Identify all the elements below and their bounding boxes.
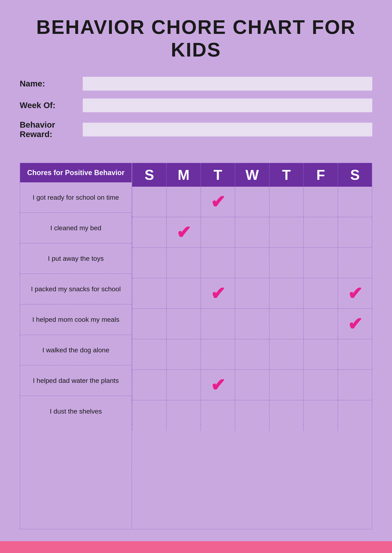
grid-cell-6-1[interactable] [166, 370, 201, 400]
grid-cell-6-6[interactable] [338, 370, 372, 400]
grid-cell-7-3[interactable] [235, 400, 269, 431]
grid-cell-5-6[interactable] [338, 339, 372, 369]
grid-cell-7-1[interactable] [166, 400, 201, 431]
week-input[interactable] [83, 98, 372, 112]
checkmark-icon: ✔ [210, 284, 225, 302]
grid-cell-7-2[interactable] [201, 400, 235, 431]
grid-cell-3-6[interactable]: ✔ [338, 278, 372, 308]
chore-text: I helped mom cook my meals [32, 315, 119, 324]
grid-cell-7-5[interactable] [303, 400, 338, 431]
grid-cell-4-2[interactable] [201, 309, 235, 339]
grid-cell-2-0[interactable] [132, 248, 166, 278]
grid-cell-5-5[interactable] [303, 339, 338, 369]
grid-cell-0-5[interactable] [303, 187, 338, 217]
grid-cell-7-0[interactable] [132, 400, 166, 431]
grid-cell-4-5[interactable] [303, 309, 338, 339]
day-header-w3: W [235, 163, 269, 187]
grid-row-5 [132, 339, 372, 370]
reward-label: Behavior Reward: [20, 120, 83, 139]
reward-row: Behavior Reward: [20, 120, 372, 139]
grid-cell-5-0[interactable] [132, 339, 166, 369]
chart-container: Chores for Positive Behavior I got ready… [20, 163, 372, 529]
grid-cell-0-3[interactable] [235, 187, 269, 217]
grid-cell-7-4[interactable] [269, 400, 303, 431]
grid-cell-3-0[interactable] [132, 278, 166, 308]
grid-cell-0-0[interactable] [132, 187, 166, 217]
name-input[interactable] [83, 77, 372, 90]
chore-text: I got ready for school on time [33, 193, 119, 202]
chore-row: I got ready for school on time [20, 182, 132, 213]
checkmark-icon: ✔ [348, 284, 363, 302]
grid-row-6: ✔ [132, 370, 372, 400]
day-header-t4: T [269, 163, 303, 187]
grid-cell-3-4[interactable] [269, 278, 303, 308]
week-row: Week Of: [20, 98, 372, 112]
grid-cell-2-3[interactable] [235, 248, 269, 278]
grid-cell-2-1[interactable] [166, 248, 201, 278]
grid-cell-6-4[interactable] [269, 370, 303, 400]
grid-cell-3-3[interactable] [235, 278, 269, 308]
grid-cell-0-1[interactable] [166, 187, 201, 217]
grid-cell-3-5[interactable] [303, 278, 338, 308]
chore-row: I dust the shelves [20, 396, 132, 427]
grid-cell-4-3[interactable] [235, 309, 269, 339]
grid-cell-3-1[interactable] [166, 278, 201, 308]
grid-cell-5-3[interactable] [235, 339, 269, 369]
grid-cell-2-6[interactable] [338, 248, 372, 278]
grid-row-1: ✔ [132, 217, 372, 248]
reward-input[interactable] [83, 123, 372, 137]
bottom-bar [0, 541, 392, 553]
chore-row: I packed my snacks for school [20, 274, 132, 304]
grid-cell-1-2[interactable] [201, 217, 235, 247]
day-header-m1: M [166, 163, 201, 187]
day-header-f5: F [303, 163, 338, 187]
chores-list: I got ready for school on timeI cleaned … [20, 182, 132, 427]
chore-row: I cleaned my bed [20, 213, 132, 243]
grid-cell-6-3[interactable] [235, 370, 269, 400]
chores-column: Chores for Positive Behavior I got ready… [20, 163, 132, 529]
grid-cell-5-4[interactable] [269, 339, 303, 369]
grid-cell-6-2[interactable]: ✔ [201, 370, 235, 400]
grid-cell-0-2[interactable]: ✔ [201, 187, 235, 217]
name-row: Name: [20, 77, 372, 90]
chore-row: I helped mom cook my meals [20, 304, 132, 335]
chores-header: Chores for Positive Behavior [20, 163, 132, 182]
chores-header-text: Chores for Positive Behavior [27, 169, 125, 177]
grid-cell-0-6[interactable] [338, 187, 372, 217]
grid-cell-6-5[interactable] [303, 370, 338, 400]
grid-cell-2-2[interactable] [201, 248, 235, 278]
grid-cell-2-5[interactable] [303, 248, 338, 278]
grid-cell-1-6[interactable] [338, 217, 372, 247]
checkmark-icon: ✔ [348, 315, 363, 333]
chore-text: I packed my snacks for school [31, 284, 120, 293]
grid-cell-2-4[interactable] [269, 248, 303, 278]
grid-cell-3-2[interactable]: ✔ [201, 278, 235, 308]
form-section: Name: Week Of: Behavior Reward: [20, 77, 372, 147]
chore-text: I walked the dog alone [42, 346, 109, 354]
grid-cell-4-4[interactable] [269, 309, 303, 339]
grid-cell-1-0[interactable] [132, 217, 166, 247]
grid-cell-5-1[interactable] [166, 339, 201, 369]
grid-rows: ✔✔✔✔✔✔ [132, 187, 372, 431]
grid-cell-1-3[interactable] [235, 217, 269, 247]
grid-cell-5-2[interactable] [201, 339, 235, 369]
day-header-s6: S [338, 163, 372, 187]
chore-row: I put away the toys [20, 243, 132, 274]
grid-cell-7-6[interactable] [338, 400, 372, 431]
grid-cell-6-0[interactable] [132, 370, 166, 400]
week-label: Week Of: [20, 101, 83, 110]
chore-text: I put away the toys [48, 254, 104, 263]
grid-row-2 [132, 248, 372, 278]
grid-cell-4-0[interactable] [132, 309, 166, 339]
grid-cell-0-4[interactable] [269, 187, 303, 217]
grid-cell-1-5[interactable] [303, 217, 338, 247]
chore-text: I cleaned my bed [50, 223, 101, 232]
days-header-row: SMTWTFS [132, 163, 372, 187]
grid-cell-1-1[interactable]: ✔ [166, 217, 201, 247]
grid-cell-1-4[interactable] [269, 217, 303, 247]
grid-cell-4-6[interactable]: ✔ [338, 309, 372, 339]
day-header-s0: S [132, 163, 166, 187]
chore-row: I helped dad water the plants [20, 366, 132, 396]
grid-cell-4-1[interactable] [166, 309, 201, 339]
page-title: BEHAVIOR CHORE CHART FOR KIDS [20, 16, 372, 61]
